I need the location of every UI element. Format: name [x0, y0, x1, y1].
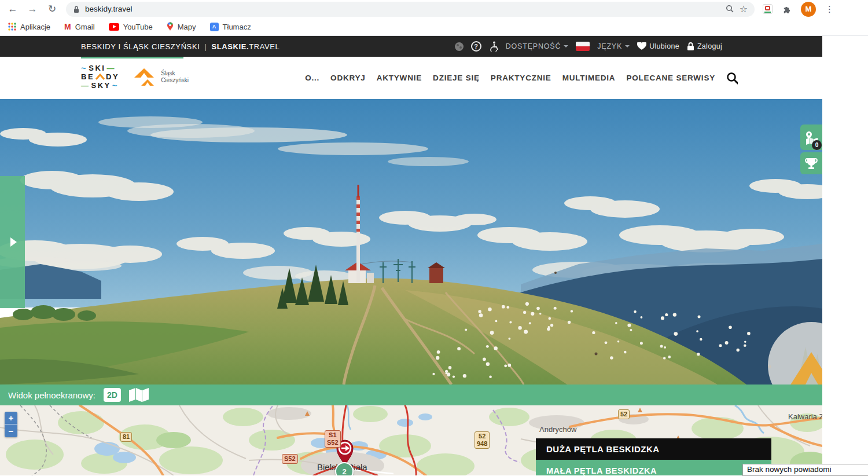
- apps-grid-icon: [8, 23, 16, 31]
- bookmark-label: Tłumacz: [223, 23, 251, 31]
- webpage: BESKIDY I ŚLĄSK CIESZYŃSKI | SLASKIE.TRA…: [0, 36, 822, 475]
- nav-item-odkryj[interactable]: ODKRYJ: [330, 74, 366, 82]
- brand-region: BESKIDY I ŚLĄSK CIESZYŃSKI: [81, 42, 200, 51]
- bookmark-label: Aplikacje: [20, 23, 50, 31]
- road-shield-s1-s52: S1S52: [325, 430, 341, 448]
- browser-actions: M ⋮: [763, 2, 834, 17]
- road-shield-81: 81: [120, 432, 132, 442]
- favorites-link[interactable]: Ulubione: [637, 42, 679, 50]
- map-view-button[interactable]: [129, 387, 149, 402]
- city-label-kalwaria: Kalwaria Ze: [788, 412, 822, 421]
- maps-pin-icon: [167, 22, 174, 31]
- language-dropdown[interactable]: JĘZYK: [597, 42, 630, 50]
- nav-item-praktycznie[interactable]: PRAKTYCZNIE: [491, 74, 551, 82]
- road-shield-52-948: 52948: [475, 431, 490, 449]
- view-2d-button[interactable]: 2D: [104, 388, 121, 402]
- forward-button[interactable]: →: [27, 3, 38, 15]
- wheelchair-icon[interactable]: [489, 41, 498, 52]
- zoom-in-button[interactable]: +: [5, 412, 17, 424]
- map-zoom-control: + −: [5, 412, 17, 437]
- gmail-icon: M: [64, 22, 71, 31]
- bookmark-label: Gmail: [75, 23, 95, 31]
- topbar-utils: ? DOSTĘPNOŚĆ JĘZYK Ulubione Zaloguj: [455, 36, 722, 57]
- nav-menu: O... ODKRYJ AKTYWNIE DZIEJE SIĘ PRAKTYCZ…: [305, 57, 739, 99]
- orange-arrows-icon: [132, 67, 156, 87]
- trophy-button[interactable]: [800, 152, 822, 174]
- heart-icon: [637, 42, 646, 50]
- slask-cieszynski-logo: ŚląskCieszyński: [132, 67, 189, 87]
- road-shield-s52: S52: [282, 454, 298, 464]
- lock-icon: [687, 42, 694, 51]
- contrast-icon[interactable]: [455, 42, 464, 51]
- bookmark-star-icon[interactable]: ☆: [740, 3, 748, 14]
- nav-item-o[interactable]: O...: [305, 74, 319, 82]
- bookmark-label: YouTube: [123, 23, 153, 31]
- zoom-page-icon[interactable]: [726, 5, 734, 13]
- floating-actions: 0: [800, 125, 822, 174]
- extension-icon[interactable]: [763, 4, 773, 14]
- chevron-down-icon: [625, 45, 630, 47]
- zoom-out-button[interactable]: −: [5, 424, 17, 437]
- youtube-icon: [109, 23, 119, 31]
- route-item-duza-petla[interactable]: DUŻA PĘTLA BESKIDZKA: [536, 438, 771, 460]
- nav-item-polecane-serwisy[interactable]: POLECANE SERWISY: [626, 74, 715, 82]
- browser-window: ← → ↻ beskidy.travel ☆ M ⋮ Aplikacje M: [0, 0, 868, 476]
- nav-item-dzieje-sie[interactable]: DZIEJE SIĘ: [433, 74, 480, 82]
- mountain-caret-icon: [95, 74, 105, 80]
- road-shield-52: 52: [618, 409, 630, 419]
- extensions-puzzle-icon[interactable]: [782, 4, 792, 14]
- bookmark-gmail[interactable]: M Gmail: [64, 22, 95, 31]
- address-bar[interactable]: beskidy.travel ☆: [66, 2, 755, 17]
- landscape-scene: [0, 99, 822, 385]
- main-navigation: ~SKI— BEDY —SKY~ ŚląskCieszyński O... OD…: [0, 57, 822, 99]
- bookmark-youtube[interactable]: YouTube: [109, 23, 153, 31]
- browser-menu-icon[interactable]: ⋮: [825, 4, 834, 14]
- city-label-andrychow: Andrychów: [539, 425, 576, 434]
- reload-button[interactable]: ↻: [46, 3, 58, 15]
- routes-map-button[interactable]: 0: [800, 125, 822, 150]
- map-canvas[interactable]: Andrychów Kalwaria Ze Bielsko-Biała 81 5…: [0, 405, 822, 475]
- translate-icon: A: [210, 23, 219, 31]
- profile-avatar[interactable]: M: [801, 2, 816, 17]
- url-text: beskidy.travel: [85, 5, 720, 13]
- search-icon[interactable]: [726, 72, 739, 85]
- side-panel-toggle[interactable]: [0, 176, 25, 308]
- chevron-down-icon: [564, 45, 568, 47]
- accessibility-dropdown[interactable]: DOSTĘPNOŚĆ: [506, 42, 569, 50]
- fullscreen-label: Widok pełnoekranowy:: [8, 390, 95, 400]
- help-icon[interactable]: ?: [471, 41, 481, 52]
- bookmark-maps[interactable]: Mapy: [167, 22, 196, 31]
- ski-besky-logo: ~SKI— BEDY —SKY~: [81, 64, 119, 90]
- bookmark-apps[interactable]: Aplikacje: [8, 23, 50, 31]
- login-link[interactable]: Zaloguj: [687, 42, 722, 51]
- chevron-right-icon: [10, 237, 17, 247]
- bookmark-label: Mapy: [178, 23, 196, 31]
- site-brand: BESKIDY I ŚLĄSK CIESZYŃSKI | SLASKIE.TRA…: [81, 36, 279, 57]
- bookmark-translate[interactable]: A Tłumacz: [210, 23, 251, 31]
- bookmarks-bar: Aplikacje M Gmail YouTube Mapy A Tłumacz: [0, 18, 868, 36]
- poland-flag-icon[interactable]: [576, 42, 590, 51]
- nav-item-aktywnie[interactable]: AKTYWNIE: [377, 74, 422, 82]
- trophy-icon: [804, 156, 818, 170]
- fullscreen-bar: Widok pełnoekranowy: 2D: [0, 385, 822, 405]
- hero-image: 0: [0, 99, 822, 385]
- notification-tooltip: Brak nowych powiadomi: [742, 464, 868, 476]
- back-button[interactable]: ←: [7, 3, 19, 15]
- brand-separator: |: [204, 42, 207, 51]
- orange-mountain-icon: [779, 339, 822, 385]
- browser-toolbar: ← → ↻ beskidy.travel ☆ M ⋮: [0, 0, 868, 18]
- active-accent-line: [81, 57, 183, 58]
- nav-item-multimedia[interactable]: MULTIMEDIA: [562, 74, 616, 82]
- lock-icon: [73, 5, 80, 13]
- brand-slaskie[interactable]: SLASKIE.TRAVEL: [211, 42, 279, 51]
- routes-count-badge: 0: [812, 140, 822, 150]
- site-topbar: BESKIDY I ŚLĄSK CIESZYŃSKI | SLASKIE.TRA…: [0, 36, 822, 57]
- route-item-mala-petla[interactable]: MAŁA PĘTLA BESKIDZKA: [536, 460, 771, 475]
- site-logo[interactable]: ~SKI— BEDY —SKY~ ŚląskCieszyński: [81, 64, 189, 90]
